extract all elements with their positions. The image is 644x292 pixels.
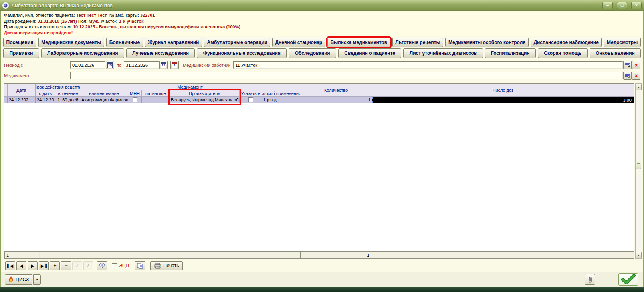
tab-medosmotry[interactable]: Медосмотры xyxy=(604,38,641,47)
nav-next-button[interactable]: ▶ xyxy=(28,261,38,270)
cell-usage[interactable]: 1 р в д xyxy=(262,97,300,103)
minimize-button[interactable]: – xyxy=(602,2,613,9)
col-group-medicament: Медикамент xyxy=(80,84,300,90)
worker-lookup-button[interactable] xyxy=(623,61,632,69)
tab-vypiska-medikamentov[interactable]: Выписка медикаментов xyxy=(327,38,390,47)
info-balloon-button[interactable] xyxy=(97,261,107,270)
nav-prior-button[interactable]: ◀ xyxy=(16,261,26,270)
tab-list-utochnennyh-diagnozov[interactable]: Лист уточнённых диагнозов xyxy=(403,48,483,58)
month-calendar-button[interactable]: 1 xyxy=(170,61,179,69)
patient-contingent-line: Принадлежность к контингентам: 10.12.202… xyxy=(4,24,640,30)
fio-value: Тест Тест Тест xyxy=(76,13,107,18)
tab-privivki[interactable]: Прививки xyxy=(3,48,39,58)
cell-latin[interactable] xyxy=(142,97,170,103)
tab-dnevnoy-stacionar[interactable]: Дневной стационар xyxy=(272,38,325,47)
col-group-validity: Срок действия рецепта xyxy=(36,84,80,90)
indicate-checkbox[interactable] xyxy=(248,97,253,102)
nav-first-button[interactable]: ▌◀ xyxy=(5,261,15,270)
close-button[interactable]: × xyxy=(631,2,642,9)
medicament-clear-button[interactable]: × xyxy=(632,72,640,80)
tab-dispansernoe-nablyudenie[interactable]: Диспансерное наблюдение xyxy=(531,38,602,47)
uchastok-label: Участок: xyxy=(100,19,117,24)
cell-from-date[interactable]: 24.12.20 xyxy=(36,97,56,103)
col-header-indicate: Указать в xyxy=(240,90,262,97)
green-check-icon xyxy=(621,274,636,284)
confirm-button[interactable] xyxy=(618,273,638,286)
cisz-dropdown-button[interactable]: ▼ xyxy=(33,274,41,285)
tab-medicinskie-dokumenty[interactable]: Медицинские документы xyxy=(38,38,104,47)
table-row[interactable]: 24.12.202 24.12.20 1. 60 дней Азитромици… xyxy=(4,97,634,103)
patient-birth-line: Дата рождения: 01.01.2010 (16 лет) Пол: … xyxy=(4,18,640,24)
worker-clear-button[interactable]: × xyxy=(632,61,640,69)
dispanserization-alert: Диспансеризация не пройдена! xyxy=(4,30,640,36)
print-button[interactable]: Печать xyxy=(150,261,183,270)
col-header-from-date: с даты xyxy=(36,90,56,97)
tab-laboratornye-issledovaniya[interactable]: Лабораторные исследования xyxy=(41,48,124,58)
tab-obsledovaniya[interactable]: Обследования xyxy=(289,48,336,58)
tab-luchevye-issledovaniya[interactable]: Лучевые исследования xyxy=(126,48,195,58)
vertical-scrollbar[interactable]: ▲ ▼ xyxy=(635,83,642,259)
cell-quantity[interactable]: 1 xyxy=(300,97,372,103)
attachment-button[interactable] xyxy=(585,274,595,285)
period-from-calendar-button[interactable]: 15 xyxy=(106,61,114,69)
nav-insert-button[interactable]: + xyxy=(50,261,60,270)
card-value: 322701 xyxy=(140,13,155,18)
col-header-doses: Число доз xyxy=(372,84,634,97)
period-to-calendar-button[interactable]: 15 xyxy=(159,61,168,69)
uchastok-value: 1-й участок xyxy=(119,19,144,24)
mnn-checkbox[interactable] xyxy=(133,97,137,102)
copy-pages-icon xyxy=(137,263,143,269)
scroll-down-button[interactable]: ▼ xyxy=(636,252,642,258)
cell-mnn[interactable] xyxy=(128,97,142,103)
nav-delete-button[interactable]: − xyxy=(61,261,71,270)
scroll-up-button[interactable]: ▲ xyxy=(636,84,642,90)
medicament-input[interactable] xyxy=(70,72,623,79)
lookup-list-icon xyxy=(625,73,630,78)
ecp-checkbox[interactable] xyxy=(112,263,117,268)
col-header-latin: латинское xyxy=(142,90,170,97)
tab-zhurnal-napravleniy[interactable]: Журнал направлений xyxy=(145,38,202,47)
nav-last-button[interactable]: ▶▐ xyxy=(39,261,49,270)
cisz-button[interactable]: ЦИСЗ xyxy=(5,274,32,285)
tab-medikamenty-osobogo-kontrolya[interactable]: Медикаменты особого контроля xyxy=(445,38,529,47)
cell-name[interactable]: Азитромицин Фармлэн xyxy=(80,97,128,103)
tab-skoraya-pomoshch[interactable]: Скорая помощь xyxy=(538,48,588,58)
cell-duration[interactable]: 1. 60 дней xyxy=(56,97,80,103)
medicament-label: Медикамент xyxy=(4,73,70,78)
tab-ambulatornye-operacii[interactable]: Амбулаторные операции xyxy=(204,38,270,47)
info-balloon-icon xyxy=(99,263,105,268)
copy-button[interactable] xyxy=(135,261,145,270)
medication-grid-area: Дата Срок действия рецепта Медикамент Ко… xyxy=(4,83,642,259)
maximize-button[interactable]: □ xyxy=(617,2,627,9)
medicament-lookup-button[interactable] xyxy=(623,72,632,80)
scrollbar-grip[interactable] xyxy=(636,161,641,169)
grid-header: Дата Срок действия рецепта Медикамент Ко… xyxy=(4,84,634,97)
tab-bolnichnye[interactable]: Больничные xyxy=(106,38,143,47)
cell-date[interactable]: 24.12.202 xyxy=(8,97,36,103)
client-area: Фамилия, имя, отчество пациента: Тест Те… xyxy=(0,11,644,287)
paperclip-icon xyxy=(588,276,592,283)
worker-input[interactable] xyxy=(233,61,623,69)
window-title: Амбулаторная карта: Выписка медикаментов xyxy=(12,3,598,8)
sex-value: Муж. xyxy=(89,19,99,24)
tab-poseshcheniya[interactable]: Посещения xyxy=(3,38,36,47)
filter-panel: Период с 15 по 15 1 Медицинский работник xyxy=(4,60,640,82)
grip-lines-icon xyxy=(637,163,640,166)
cell-producer[interactable]: Беларусь, Фармлэнд Минская обл. xyxy=(170,97,240,103)
print-label: Печать xyxy=(163,263,179,268)
tab-onkovyyavleniya[interactable]: Онковыявления xyxy=(590,48,641,58)
period-from-input[interactable] xyxy=(70,61,105,69)
period-to-input[interactable] xyxy=(124,61,159,69)
tab-svedeniya-o-paciente[interactable]: Сведения о пациенте xyxy=(338,48,401,58)
tab-gospitalizaciya[interactable]: Госпитализация xyxy=(485,48,536,58)
tab-funkcionalnye-issledovaniya[interactable]: Функциональные исследования xyxy=(197,48,287,58)
sex-label: Пол: xyxy=(78,19,87,24)
cell-indicate[interactable] xyxy=(240,97,262,103)
grid-empty-area xyxy=(4,103,634,251)
month-calendar-icon: 1 xyxy=(172,62,177,68)
titlebar: Амбулаторная карта: Выписка медикаментов… xyxy=(0,0,644,11)
record-navigator: ▌◀ ◀ ▶ ▶▐ + − ✓ ✗ ЭЦП xyxy=(1,260,643,272)
tab-lgotnye-recepty[interactable]: Льготные рецепты xyxy=(392,38,444,47)
bottom-bar: ЦИСЗ ▼ xyxy=(1,272,643,287)
cell-doses-focused[interactable]: 3.00 xyxy=(372,97,634,103)
